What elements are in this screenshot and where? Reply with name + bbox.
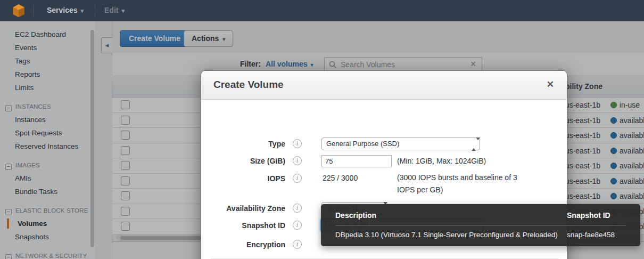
info-icon[interactable]: i [293, 174, 302, 183]
suggest-snapshot-id-header: Snapshot ID [567, 211, 610, 220]
modal-title: Create Volume [213, 79, 284, 91]
size-hint: (Min: 1GiB, Max: 1024GiB) [397, 155, 486, 167]
iops-label: IOPS [201, 174, 285, 183]
size-input[interactable]: 75 [321, 155, 392, 167]
aws-logo-icon[interactable] [13, 4, 24, 20]
iops-hint: (3000 IOPS bursts and baseline of 3 IOPS… [397, 172, 534, 196]
close-icon[interactable]: ✕ [547, 79, 554, 90]
nav-services-menu[interactable]: Services▾ [47, 6, 84, 14]
snapshot-suggestion-panel: Description Snapshot ID DBpedia 3.10 (Vi… [321, 204, 640, 246]
info-icon[interactable]: i [293, 156, 302, 165]
encryption-label: Encryption [201, 240, 285, 249]
top-navbar: Services▾ Edit▾ [0, 0, 644, 21]
chevron-down-icon: ▾ [81, 7, 84, 14]
iops-value: 225 / 3000 [323, 174, 358, 182]
info-icon[interactable]: i [293, 139, 302, 148]
suggest-divider [335, 225, 626, 226]
snapshot-label: Snapshot ID [201, 221, 285, 230]
suggestion-row[interactable]: DBpedia 3.10 (Virtuoso 7.1 Single-Server… [321, 229, 640, 242]
suggestion-description: DBpedia 3.10 (Virtuoso 7.1 Single-Server… [335, 231, 558, 239]
az-label: Availability Zone [201, 204, 285, 213]
chevron-down-icon: ▾ [121, 7, 125, 14]
nav-edit-menu[interactable]: Edit▾ [104, 6, 125, 14]
nav-divider [95, 5, 95, 17]
nav-divider [33, 5, 34, 17]
size-label: Size (GiB) [201, 157, 285, 165]
modal-header: Create Volume ✕ [201, 71, 567, 100]
suggest-description-header: Description [335, 211, 376, 220]
info-icon[interactable]: i [293, 204, 302, 213]
select-stepper-icon [472, 140, 476, 148]
type-select[interactable]: General Purpose (SSD) [321, 137, 480, 150]
info-icon[interactable]: i [293, 240, 302, 249]
info-icon[interactable]: i [293, 221, 302, 230]
suggestion-snapshot-id: snap-fae8e458 [567, 231, 615, 239]
type-label: Type [201, 140, 285, 148]
